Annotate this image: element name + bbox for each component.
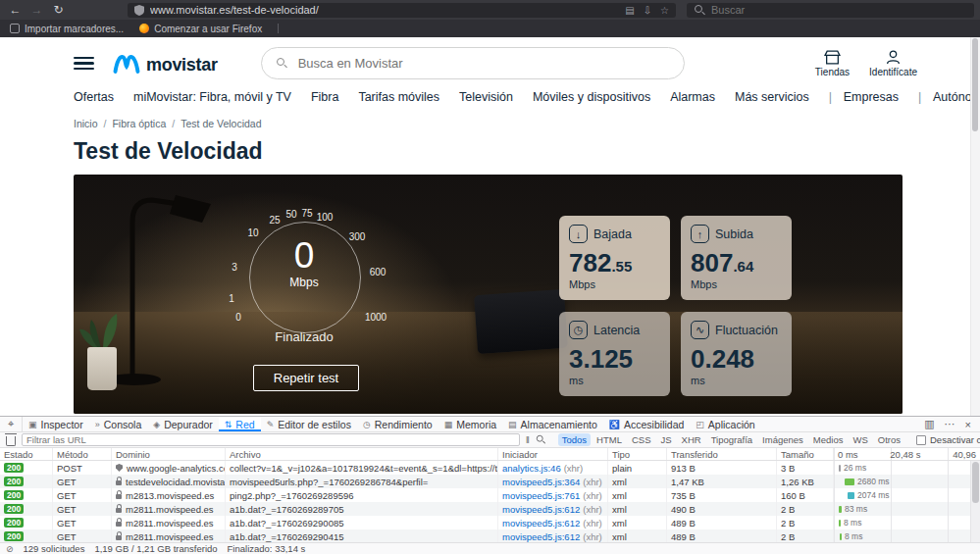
save-to-pocket-icon[interactable]: ⇩ [644,5,651,16]
column-header[interactable]: Estado [0,448,53,460]
initiator-link[interactable]: movispeed5.js:612 [502,531,580,542]
devtools-menu-icon[interactable]: ⋯ [945,418,955,430]
site-search[interactable] [261,47,685,79]
bookmark-star-icon[interactable]: ☆ [660,5,669,16]
bookmark-firefox-start[interactable]: Comenzar a usar Firefox [139,24,262,34]
initiator-link[interactable]: movispeed5.js:612 [502,518,580,529]
type-filter-button[interactable]: Todos [558,433,591,446]
timeline-header[interactable]: 0 ms 20,48 s 40,96 [834,448,980,460]
devtools-tab[interactable]: ▤ Almacenamiento [502,417,603,431]
file-cell: a1b.dat?_=1760269290085 [226,516,498,529]
card-value: 3.125 [569,346,660,372]
status-badge: 200 [4,531,24,541]
devtools-tab[interactable]: ◈ Depurador [147,417,219,431]
browser-search-input[interactable] [711,4,966,16]
column-header[interactable]: Iniciador [498,448,608,460]
speed-result-card: ∿ Fluctuación 0.248 ms [681,312,792,396]
pause-recording-icon[interactable]: ‖ [526,435,530,445]
reload-button[interactable]: ↻ [49,0,68,20]
movistar-logo[interactable]: movistar [112,53,218,75]
type-filter-button[interactable]: JS [657,433,676,446]
devtools-tab[interactable]: » Consola [89,417,148,431]
nav-item[interactable]: Tarifas móviles [358,90,439,104]
nav-item[interactable]: Ofertas [74,90,114,104]
column-header[interactable]: Tamaño [777,448,834,460]
initiator-link[interactable]: movispeed5.js:364 [502,477,580,487]
network-request-row[interactable]: 200 GET m2811.movispeed.es a1b.dat?_=176… [0,502,980,516]
devtools-tab[interactable]: ▣ Inspector [23,417,89,431]
devtools-scrollbar[interactable] [970,461,980,542]
network-request-row[interactable]: 200 POST www.google-analytics.com collec… [0,461,980,475]
hamburger-menu-icon[interactable] [74,57,94,71]
login-button[interactable]: Identifícate [869,50,917,77]
gauge-tick-label: 10 [247,227,258,238]
type-filter-button[interactable]: CSS [628,433,655,446]
url-filter[interactable] [22,433,520,446]
tracking-protection-shield-icon[interactable] [134,5,144,16]
column-header[interactable]: Dominio [112,448,226,460]
devtools-close-icon[interactable]: × [965,419,971,430]
initiator-link[interactable]: movispeed5.js:761 [502,490,580,501]
initiator-link[interactable]: movispeed5.js:612 [502,504,580,515]
breadcrumb-item[interactable]: Test de Velocidad [181,118,261,129]
column-header[interactable]: Transferido [667,448,777,460]
type-filter-button[interactable]: XHR [678,433,705,446]
initiator-cell: analytics.js:46 (xhr) [498,461,608,475]
nav-item[interactable]: Más servicios [735,90,809,104]
type-filter-button[interactable]: HTML [593,433,626,446]
network-request-row[interactable]: 200 GET m2811.movispeed.es a1b.dat?_=176… [0,529,980,543]
devtools-tab[interactable]: ◷ Rendimiento [357,417,438,431]
type-filter-button[interactable]: Imágenes [758,433,807,446]
pick-element-icon[interactable]: ⌖ [0,417,23,431]
login-label: Identifícate [869,67,917,77]
devtools-tab[interactable]: ▦ Memoria [438,417,502,431]
network-request-row[interactable]: 200 GET m2811.movispeed.es a1b.dat?_=176… [0,516,980,529]
nav-item[interactable]: Móviles y dispositivos [533,90,650,104]
network-request-row[interactable]: 200 GET testdevelocidad.movistar.es movi… [0,475,980,488]
devtools-tab[interactable]: ⇅ Red [219,417,261,431]
search-requests-icon[interactable] [537,435,545,444]
url-filter-input[interactable] [26,434,515,445]
bookmark-import[interactable]: Importar marcadores... [10,24,124,34]
nav-item[interactable]: Alarmas [670,90,715,104]
browser-search-bar[interactable] [687,3,974,18]
devtools-tab[interactable]: ✎ Editor de estilos [261,417,357,431]
status-badge: 200 [4,518,24,528]
firefox-icon [139,24,149,33]
column-header[interactable]: Archivo [226,448,498,460]
network-request-row[interactable]: 200 GET m2813.movispeed.es ping2.php?_=1… [0,488,980,502]
finish-time: Finalizado: 33,14 s [228,543,306,554]
back-button[interactable]: ← [6,0,25,20]
initiator-link[interactable]: analytics.js:46 [502,463,561,474]
repeat-test-button[interactable]: Repetir test [253,365,359,391]
nav-item[interactable]: Fibra [311,90,338,104]
type-filter-button[interactable]: Otros [874,433,904,446]
devtools-tab[interactable]: ◰ Aplicación [690,417,760,431]
gauge-tick-label: 3 [232,262,237,273]
type-filter-button[interactable]: Tipografía [707,433,756,446]
site-search-input[interactable] [296,55,669,72]
reader-mode-icon[interactable]: ▤ [625,5,634,16]
url-bar[interactable]: ▤ ⇩ ☆ [128,3,676,18]
column-header[interactable]: Tipo [608,448,667,460]
disable-cache-toggle[interactable]: Desactivar caché [916,434,980,445]
domain-security-icon [116,494,122,499]
page-scrollbar[interactable] [970,37,980,416]
clear-requests-icon[interactable] [6,436,16,446]
nav-item[interactable]: Televisión [459,90,513,104]
nav-item[interactable]: Empresas [829,90,899,104]
breadcrumb-item[interactable]: Fibra óptica [112,118,175,129]
initiator-cell: movispeed5.js:761 (xhr) [498,488,608,502]
devtools-tab[interactable]: ♿ Accesibilidad [603,417,691,431]
stores-button[interactable]: Tiendas [815,50,850,77]
forward-button[interactable]: → [27,0,46,20]
responsive-mode-icon[interactable]: ▥ [924,418,934,430]
breadcrumb-item[interactable]: Inicio [74,118,106,129]
url-input[interactable] [150,4,619,16]
type-filter-button[interactable]: Medios [809,433,848,446]
type-filter-button[interactable]: WS [849,433,871,446]
waterfall-cell: 26 ms [834,461,980,475]
nav-item[interactable]: miMovistar: Fibra, móvil y TV [133,90,291,104]
column-header[interactable]: Método [53,448,112,460]
method-cell: GET [53,488,112,502]
